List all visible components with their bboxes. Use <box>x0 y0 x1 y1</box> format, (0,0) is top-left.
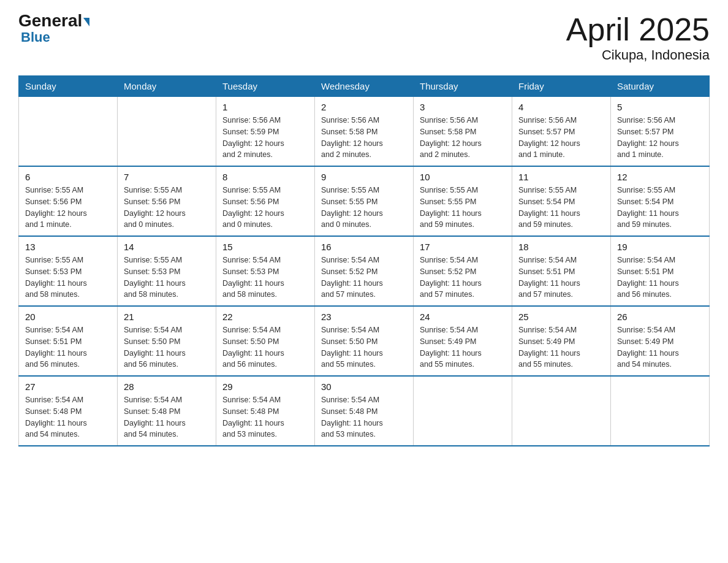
calendar-cell: 12Sunrise: 5:55 AMSunset: 5:54 PMDayligh… <box>611 166 710 236</box>
calendar-cell: 9Sunrise: 5:55 AMSunset: 5:55 PMDaylight… <box>315 166 414 236</box>
calendar-cell: 25Sunrise: 5:54 AMSunset: 5:49 PMDayligh… <box>512 306 611 376</box>
day-info: Sunrise: 5:55 AMSunset: 5:54 PMDaylight:… <box>617 185 703 231</box>
day-number: 28 <box>124 381 210 392</box>
calendar-cell: 3Sunrise: 5:56 AMSunset: 5:58 PMDaylight… <box>414 97 512 167</box>
day-info: Sunrise: 5:56 AMSunset: 5:57 PMDaylight:… <box>518 115 604 161</box>
day-number: 16 <box>321 242 407 252</box>
day-info: Sunrise: 5:55 AMSunset: 5:54 PMDaylight:… <box>518 185 604 231</box>
calendar-cell <box>414 376 512 446</box>
calendar-cell: 26Sunrise: 5:54 AMSunset: 5:49 PMDayligh… <box>611 306 710 376</box>
day-number: 7 <box>124 172 210 182</box>
weekday-header-tuesday: Tuesday <box>216 76 315 97</box>
day-number: 18 <box>518 242 604 252</box>
calendar-cell: 2Sunrise: 5:56 AMSunset: 5:58 PMDaylight… <box>315 97 414 167</box>
day-number: 19 <box>617 242 703 252</box>
calendar-cell: 8Sunrise: 5:55 AMSunset: 5:56 PMDaylight… <box>216 166 315 236</box>
day-info: Sunrise: 5:54 AMSunset: 5:48 PMDaylight:… <box>25 394 111 440</box>
day-number: 21 <box>124 312 210 322</box>
day-number: 29 <box>222 381 308 392</box>
day-info: Sunrise: 5:54 AMSunset: 5:50 PMDaylight:… <box>321 324 407 370</box>
day-info: Sunrise: 5:56 AMSunset: 5:57 PMDaylight:… <box>617 115 703 161</box>
day-number: 17 <box>420 242 506 252</box>
day-info: Sunrise: 5:54 AMSunset: 5:51 PMDaylight:… <box>25 324 111 370</box>
calendar-cell: 24Sunrise: 5:54 AMSunset: 5:49 PMDayligh… <box>414 306 512 376</box>
day-info: Sunrise: 5:55 AMSunset: 5:56 PMDaylight:… <box>25 185 111 231</box>
day-number: 6 <box>25 172 111 182</box>
calendar-cell: 10Sunrise: 5:55 AMSunset: 5:55 PMDayligh… <box>414 166 512 236</box>
logo: General Blue <box>18 12 89 45</box>
day-number: 13 <box>25 242 111 252</box>
day-info: Sunrise: 5:54 AMSunset: 5:48 PMDaylight:… <box>124 394 210 440</box>
calendar-cell: 20Sunrise: 5:54 AMSunset: 5:51 PMDayligh… <box>19 306 118 376</box>
calendar-cell: 14Sunrise: 5:55 AMSunset: 5:53 PMDayligh… <box>118 236 216 306</box>
calendar-cell: 11Sunrise: 5:55 AMSunset: 5:54 PMDayligh… <box>512 166 611 236</box>
day-info: Sunrise: 5:54 AMSunset: 5:48 PMDaylight:… <box>321 394 407 440</box>
calendar-cell: 4Sunrise: 5:56 AMSunset: 5:57 PMDaylight… <box>512 97 611 167</box>
day-number: 20 <box>25 312 111 322</box>
day-number: 12 <box>617 172 703 182</box>
calendar-week-row: 6Sunrise: 5:55 AMSunset: 5:56 PMDaylight… <box>19 166 710 236</box>
calendar-cell: 19Sunrise: 5:54 AMSunset: 5:51 PMDayligh… <box>611 236 710 306</box>
calendar-cell: 28Sunrise: 5:54 AMSunset: 5:48 PMDayligh… <box>118 376 216 446</box>
day-info: Sunrise: 5:54 AMSunset: 5:48 PMDaylight:… <box>222 394 308 440</box>
weekday-header-wednesday: Wednesday <box>315 76 414 97</box>
day-number: 3 <box>420 102 506 112</box>
day-info: Sunrise: 5:54 AMSunset: 5:52 PMDaylight:… <box>321 255 407 301</box>
calendar-cell: 13Sunrise: 5:55 AMSunset: 5:53 PMDayligh… <box>19 236 118 306</box>
calendar-title: April 2025 <box>566 12 710 47</box>
calendar-week-row: 13Sunrise: 5:55 AMSunset: 5:53 PMDayligh… <box>19 236 710 306</box>
weekday-header-friday: Friday <box>512 76 611 97</box>
day-number: 1 <box>222 102 308 112</box>
day-number: 27 <box>25 381 111 392</box>
page-header: General Blue April 2025 Cikupa, Indonesi… <box>18 12 710 63</box>
calendar-header-row: SundayMondayTuesdayWednesdayThursdayFrid… <box>19 76 710 97</box>
logo-triangle-icon <box>83 18 89 26</box>
calendar-week-row: 20Sunrise: 5:54 AMSunset: 5:51 PMDayligh… <box>19 306 710 376</box>
calendar-cell <box>512 376 611 446</box>
day-info: Sunrise: 5:54 AMSunset: 5:50 PMDaylight:… <box>222 324 308 370</box>
day-number: 4 <box>518 102 604 112</box>
day-info: Sunrise: 5:54 AMSunset: 5:49 PMDaylight:… <box>518 324 604 370</box>
calendar-cell <box>118 97 216 167</box>
day-info: Sunrise: 5:55 AMSunset: 5:53 PMDaylight:… <box>25 255 111 301</box>
day-info: Sunrise: 5:54 AMSunset: 5:53 PMDaylight:… <box>222 255 308 301</box>
day-number: 25 <box>518 312 604 322</box>
calendar-cell: 29Sunrise: 5:54 AMSunset: 5:48 PMDayligh… <box>216 376 315 446</box>
day-number: 22 <box>222 312 308 322</box>
day-info: Sunrise: 5:56 AMSunset: 5:59 PMDaylight:… <box>222 115 308 161</box>
calendar-cell: 18Sunrise: 5:54 AMSunset: 5:51 PMDayligh… <box>512 236 611 306</box>
calendar-cell: 6Sunrise: 5:55 AMSunset: 5:56 PMDaylight… <box>19 166 118 236</box>
calendar-cell: 30Sunrise: 5:54 AMSunset: 5:48 PMDayligh… <box>315 376 414 446</box>
day-number: 14 <box>124 242 210 252</box>
day-number: 9 <box>321 172 407 182</box>
title-block: April 2025 Cikupa, Indonesia <box>566 12 710 63</box>
calendar-week-row: 27Sunrise: 5:54 AMSunset: 5:48 PMDayligh… <box>19 376 710 446</box>
day-number: 11 <box>518 172 604 182</box>
weekday-header-sunday: Sunday <box>19 76 118 97</box>
day-info: Sunrise: 5:54 AMSunset: 5:49 PMDaylight:… <box>420 324 506 370</box>
weekday-header-monday: Monday <box>118 76 216 97</box>
day-number: 23 <box>321 312 407 322</box>
day-number: 26 <box>617 312 703 322</box>
day-number: 15 <box>222 242 308 252</box>
calendar-cell: 23Sunrise: 5:54 AMSunset: 5:50 PMDayligh… <box>315 306 414 376</box>
day-info: Sunrise: 5:56 AMSunset: 5:58 PMDaylight:… <box>420 115 506 161</box>
calendar-cell: 27Sunrise: 5:54 AMSunset: 5:48 PMDayligh… <box>19 376 118 446</box>
day-number: 8 <box>222 172 308 182</box>
day-info: Sunrise: 5:54 AMSunset: 5:51 PMDaylight:… <box>617 255 703 301</box>
weekday-header-saturday: Saturday <box>611 76 710 97</box>
day-number: 10 <box>420 172 506 182</box>
calendar-cell: 21Sunrise: 5:54 AMSunset: 5:50 PMDayligh… <box>118 306 216 376</box>
day-info: Sunrise: 5:54 AMSunset: 5:52 PMDaylight:… <box>420 255 506 301</box>
calendar-week-row: 1Sunrise: 5:56 AMSunset: 5:59 PMDaylight… <box>19 97 710 167</box>
day-number: 5 <box>617 102 703 112</box>
day-info: Sunrise: 5:56 AMSunset: 5:58 PMDaylight:… <box>321 115 407 161</box>
day-info: Sunrise: 5:55 AMSunset: 5:56 PMDaylight:… <box>124 185 210 231</box>
weekday-header-thursday: Thursday <box>414 76 512 97</box>
day-info: Sunrise: 5:54 AMSunset: 5:51 PMDaylight:… <box>518 255 604 301</box>
calendar-cell: 5Sunrise: 5:56 AMSunset: 5:57 PMDaylight… <box>611 97 710 167</box>
calendar-cell: 15Sunrise: 5:54 AMSunset: 5:53 PMDayligh… <box>216 236 315 306</box>
logo-blue-text: Blue <box>21 29 50 45</box>
calendar-cell: 17Sunrise: 5:54 AMSunset: 5:52 PMDayligh… <box>414 236 512 306</box>
calendar-cell: 22Sunrise: 5:54 AMSunset: 5:50 PMDayligh… <box>216 306 315 376</box>
